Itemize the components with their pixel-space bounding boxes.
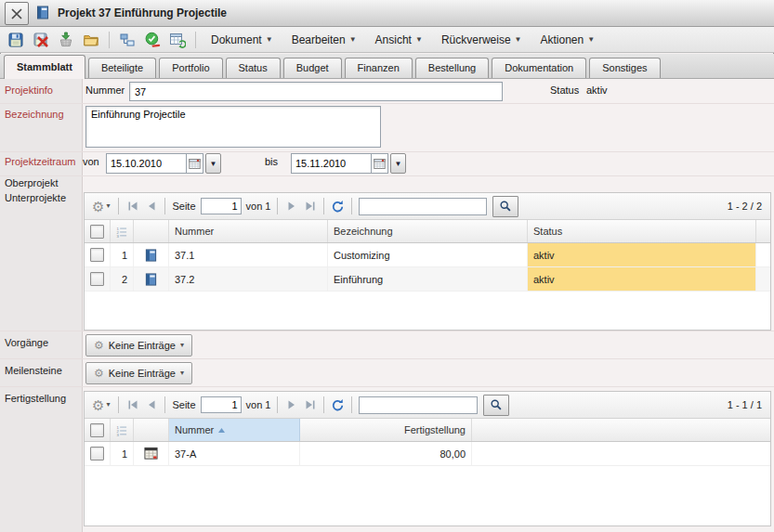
grid-search-button[interactable] xyxy=(492,196,518,217)
delete-icon xyxy=(33,32,49,48)
chevron-down-icon: ▾ xyxy=(180,342,184,349)
open-button[interactable] xyxy=(82,31,100,49)
row-number-column-header[interactable]: 123 xyxy=(111,220,134,242)
close-button[interactable] xyxy=(5,2,29,25)
first-page-button[interactable] xyxy=(125,200,139,214)
completion-sheet-icon xyxy=(134,442,169,465)
prev-page-button[interactable] xyxy=(144,200,158,214)
select-all-checkbox[interactable] xyxy=(85,220,111,242)
oberprojekt-label: Oberprojekt xyxy=(5,177,58,188)
prev-page-button[interactable] xyxy=(144,398,158,412)
menu-dokument[interactable]: Dokument▼ xyxy=(208,32,276,48)
gear-icon: ⚙ xyxy=(94,340,104,351)
row-checkbox[interactable] xyxy=(90,248,104,262)
bezeichnung-label: Bezeichnung xyxy=(5,109,64,120)
meilensteine-label: Meilensteine xyxy=(5,365,62,376)
grid-search-input[interactable] xyxy=(359,396,478,414)
tab-beteiligte[interactable]: Beteiligte xyxy=(88,58,156,78)
seite-label: Seite xyxy=(172,399,195,410)
calendar-icon xyxy=(189,158,201,170)
validate-check-icon xyxy=(144,32,161,48)
last-page-button[interactable] xyxy=(303,200,317,214)
row-number-column-header[interactable]: 123 xyxy=(111,419,134,441)
save-button[interactable] xyxy=(7,31,25,49)
chevron-down-icon: ▼ xyxy=(349,36,357,44)
bezeichnung-textarea[interactable]: Einführung Projectile xyxy=(85,106,381,148)
bis-calendar-button[interactable] xyxy=(371,153,388,174)
grid-search-button[interactable] xyxy=(483,395,509,416)
app-window: Projekt 37 Einführung Projectile Dokumen… xyxy=(0,0,774,532)
search-icon xyxy=(499,200,512,213)
recalculate-button[interactable] xyxy=(168,31,187,49)
tab-stammblatt[interactable]: Stammblatt xyxy=(4,55,85,79)
gear-icon: ⚙ xyxy=(92,200,104,214)
bis-dropdown-button[interactable]: ▼ xyxy=(390,153,406,174)
hierarchy-button[interactable] xyxy=(118,31,137,49)
row-range-label: 1 - 2 / 2 xyxy=(728,201,765,212)
von-calendar-button[interactable] xyxy=(186,153,203,174)
grid-settings-button[interactable]: ⚙▾ xyxy=(90,199,112,214)
checkin-button[interactable] xyxy=(57,31,75,49)
column-header-bezeichnung[interactable]: Bezeichnung xyxy=(328,220,528,242)
tab-portfolio[interactable]: Portfolio xyxy=(159,58,222,78)
vorgaenge-entries-button[interactable]: ⚙ Keine Einträge ▾ xyxy=(85,334,192,357)
page-input[interactable] xyxy=(201,396,242,413)
refresh-button[interactable] xyxy=(331,398,345,412)
last-page-icon xyxy=(305,201,316,212)
first-page-button[interactable] xyxy=(125,398,139,412)
grid-search-input[interactable] xyxy=(359,198,487,215)
gear-icon: ⚙ xyxy=(92,398,104,412)
column-header-nummer[interactable]: Nummer xyxy=(169,220,328,242)
column-header-fertigstellung[interactable]: Fertigstellung xyxy=(300,419,472,441)
fertigstellung-grid-toolbar: ⚙▾ Seite von 1 1 - 1 / 1 xyxy=(85,392,770,419)
refresh-button[interactable] xyxy=(331,200,345,214)
chevron-down-icon: ▾ xyxy=(106,401,110,409)
column-header-status[interactable]: Status xyxy=(528,220,756,242)
icon-column-header xyxy=(134,419,169,441)
tab-dokumentation[interactable]: Dokumentation xyxy=(492,58,586,78)
tab-bestellung[interactable]: Bestellung xyxy=(415,58,489,78)
grid-settings-button[interactable]: ⚙▾ xyxy=(90,397,112,413)
row-checkbox[interactable] xyxy=(90,272,104,286)
menu-ansicht[interactable]: Ansicht▼ xyxy=(373,32,426,48)
search-icon xyxy=(490,398,503,411)
main-toolbar: Dokument▼ Bearbeiten▼ Ansicht▼ Rückverwe… xyxy=(0,27,774,53)
close-icon xyxy=(9,6,24,21)
tab-budget[interactable]: Budget xyxy=(283,58,342,78)
cell-nummer: 37-A xyxy=(169,442,300,465)
icon-column-header xyxy=(134,220,169,242)
chevron-down-icon: ▾ xyxy=(180,370,184,377)
validate-button[interactable] xyxy=(143,31,162,49)
bis-date-input[interactable] xyxy=(291,153,371,174)
next-page-icon xyxy=(286,201,297,212)
von-date-input[interactable] xyxy=(106,153,186,174)
next-page-button[interactable] xyxy=(284,398,298,412)
chevron-down-icon: ▾ xyxy=(106,202,110,210)
menu-bearbeiten[interactable]: Bearbeiten▼ xyxy=(289,32,360,48)
table-row[interactable]: 1 37-A 80,00 xyxy=(85,442,770,466)
tab-finanzen[interactable]: Finanzen xyxy=(345,58,413,78)
first-page-icon xyxy=(127,201,138,212)
page-input[interactable] xyxy=(201,198,242,214)
select-all-checkbox[interactable] xyxy=(85,419,111,441)
recalculate-table-icon xyxy=(169,32,186,48)
table-row[interactable]: 1 37.1 Customizing aktiv xyxy=(85,243,770,267)
tab-sonstiges[interactable]: Sonstiges xyxy=(589,58,660,78)
cell-status: aktiv xyxy=(528,267,756,291)
tab-status[interactable]: Status xyxy=(226,58,281,78)
delete-button[interactable] xyxy=(32,31,50,49)
projektinfo-label: Projektinfo xyxy=(5,84,53,96)
ordered-list-icon: 123 xyxy=(116,226,127,238)
table-row[interactable]: 2 37.2 Einführung aktiv xyxy=(85,267,770,292)
menu-aktionen[interactable]: Aktionen▼ xyxy=(538,32,598,48)
next-page-button[interactable] xyxy=(284,200,298,214)
last-page-button[interactable] xyxy=(303,398,317,412)
window-title: Projekt 37 Einführung Projectile xyxy=(58,0,227,26)
meilensteine-entries-button[interactable]: ⚙ Keine Einträge ▾ xyxy=(85,362,192,384)
row-checkbox[interactable] xyxy=(90,447,104,461)
nummer-input[interactable] xyxy=(129,82,503,101)
column-header-nummer-sorted[interactable]: Nummer xyxy=(169,419,300,441)
svg-text:3: 3 xyxy=(116,233,119,238)
von-dropdown-button[interactable]: ▼ xyxy=(205,153,221,174)
menu-rueckverweise[interactable]: Rückverweise▼ xyxy=(439,32,525,48)
